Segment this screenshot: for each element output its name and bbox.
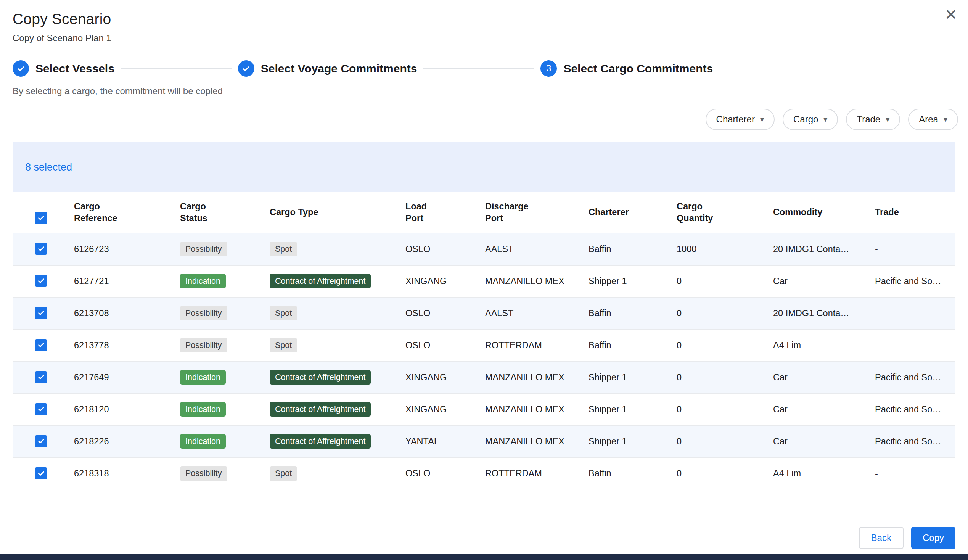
row-checkbox[interactable]: [35, 339, 47, 351]
cargo-reference-cell: 6217649: [70, 361, 176, 393]
row-checkbox[interactable]: [35, 435, 47, 447]
cargo-type-cell: Spot: [266, 329, 402, 361]
dialog-footer: Back Copy: [0, 521, 968, 554]
page-title: Copy Scenario: [13, 11, 955, 28]
trade-cell: Pacific and So…: [871, 361, 955, 393]
stepper-connector: [121, 68, 232, 69]
row-checkbox-cell: [13, 425, 70, 457]
check-icon: [37, 214, 45, 222]
table-row[interactable]: 6218226 Indication Contract of Affreight…: [13, 425, 955, 457]
type-badge: Contract of Affreightment: [270, 402, 371, 417]
table-row[interactable]: 6213778 Possibility Spot OSLO ROTTERDAM …: [13, 329, 955, 361]
cargo-status-cell: Possibility: [176, 297, 266, 329]
trade-cell: Pacific and So…: [871, 425, 955, 457]
copy-button[interactable]: Copy: [911, 527, 955, 549]
row-checkbox-cell: [13, 233, 70, 265]
selection-summary: 8 selected: [13, 142, 955, 192]
column-header-load-port: Load Port: [402, 192, 481, 233]
charterer-cell: Shipper 1: [585, 393, 673, 425]
background-app-bar: [0, 554, 968, 560]
step-select-vessels[interactable]: Select Vessels: [13, 60, 114, 77]
column-header-cargo-status: Cargo Status: [176, 192, 266, 233]
row-checkbox[interactable]: [35, 307, 47, 319]
step-label: Select Vessels: [35, 62, 114, 75]
dialog-header: Copy Scenario Copy of Scenario Plan 1 ✕: [0, 0, 968, 43]
table-row[interactable]: 6213708 Possibility Spot OSLO AALST Baff…: [13, 297, 955, 329]
table-row[interactable]: 6126723 Possibility Spot OSLO AALST Baff…: [13, 233, 955, 265]
step-complete-check-icon: [13, 60, 29, 77]
load-port-cell: XINGANG: [402, 265, 481, 297]
check-icon: [37, 469, 45, 477]
dialog-subtitle: Copy of Scenario Plan 1: [13, 33, 955, 43]
status-badge: Indication: [180, 274, 226, 289]
row-checkbox[interactable]: [35, 243, 47, 255]
column-header-commodity: Commodity: [769, 192, 871, 233]
discharge-port-cell: ROTTERDAM: [481, 329, 585, 361]
cargo-quantity-cell: 0: [673, 393, 769, 425]
column-header-cargo-type: Cargo Type: [266, 192, 402, 233]
check-icon: [37, 341, 45, 349]
cargo-status-cell: Possibility: [176, 457, 266, 489]
load-port-cell: OSLO: [402, 329, 481, 361]
row-checkbox[interactable]: [35, 467, 47, 479]
cargo-type-cell: Spot: [266, 297, 402, 329]
type-badge: Spot: [270, 242, 297, 257]
load-port-cell: OSLO: [402, 297, 481, 329]
filter-trade-dropdown[interactable]: Trade ▾: [846, 109, 900, 130]
load-port-cell: XINGANG: [402, 393, 481, 425]
commodity-cell: 20 IMDG1 Conta…: [769, 233, 871, 265]
check-icon: [37, 405, 45, 413]
row-checkbox[interactable]: [35, 403, 47, 415]
table-row[interactable]: 6127721 Indication Contract of Affreight…: [13, 265, 955, 297]
cargo-reference-cell: 6213778: [70, 329, 176, 361]
filter-area-dropdown[interactable]: Area ▾: [908, 109, 958, 130]
close-icon[interactable]: ✕: [944, 7, 957, 22]
status-badge: Indication: [180, 434, 226, 449]
discharge-port-cell: MANZANILLO MEX: [481, 361, 585, 393]
cargo-status-cell: Indication: [176, 425, 266, 457]
status-badge: Possibility: [180, 466, 227, 481]
commodity-cell: Car: [769, 393, 871, 425]
cargo-reference-cell: 6213708: [70, 297, 176, 329]
table-row[interactable]: 6218318 Possibility Spot OSLO ROTTERDAM …: [13, 457, 955, 489]
commodity-cell: 20 IMDG1 Conta…: [769, 297, 871, 329]
status-badge: Indication: [180, 370, 226, 385]
select-all-checkbox[interactable]: [35, 212, 47, 224]
table-row[interactable]: 6217649 Indication Contract of Affreight…: [13, 361, 955, 393]
commodity-cell: Car: [769, 425, 871, 457]
back-button[interactable]: Back: [859, 527, 903, 549]
discharge-port-cell: MANZANILLO MEX: [481, 393, 585, 425]
charterer-cell: Baffin: [585, 233, 673, 265]
commodity-cell: A4 Lim: [769, 329, 871, 361]
charterer-cell: Baffin: [585, 297, 673, 329]
step-select-voyage-commitments[interactable]: Select Voyage Commitments: [238, 60, 417, 77]
row-checkbox[interactable]: [35, 275, 47, 287]
cargo-quantity-cell: 0: [673, 457, 769, 489]
filter-charterer-dropdown[interactable]: Charterer ▾: [706, 109, 775, 130]
filter-label: Cargo: [793, 114, 818, 125]
load-port-cell: OSLO: [402, 233, 481, 265]
column-header-trade: Trade: [871, 192, 955, 233]
type-badge: Contract of Affreightment: [270, 274, 371, 289]
stepper-connector: [423, 68, 534, 69]
cargo-reference-cell: 6127721: [70, 265, 176, 297]
load-port-cell: OSLO: [402, 457, 481, 489]
row-checkbox[interactable]: [35, 371, 47, 383]
cargo-quantity-cell: 0: [673, 361, 769, 393]
commodity-cell: Car: [769, 361, 871, 393]
filter-cargo-dropdown[interactable]: Cargo ▾: [782, 109, 838, 130]
column-header-charterer: Charterer: [585, 192, 673, 233]
status-badge: Possibility: [180, 338, 227, 353]
cargo-status-cell: Possibility: [176, 233, 266, 265]
filter-bar: Charterer ▾ Cargo ▾ Trade ▾ Area ▾: [0, 109, 968, 130]
filter-label: Charterer: [716, 114, 755, 125]
table-row[interactable]: 6218120 Indication Contract of Affreight…: [13, 393, 955, 425]
discharge-port-cell: ROTTERDAM: [481, 457, 585, 489]
type-badge: Spot: [270, 306, 297, 321]
discharge-port-cell: AALST: [481, 297, 585, 329]
trade-cell: -: [871, 297, 955, 329]
chevron-down-icon: ▾: [886, 116, 889, 123]
cargo-type-cell: Contract of Affreightment: [266, 393, 402, 425]
step-select-cargo-commitments[interactable]: 3 Select Cargo Commitments: [540, 60, 713, 77]
charterer-cell: Shipper 1: [585, 425, 673, 457]
